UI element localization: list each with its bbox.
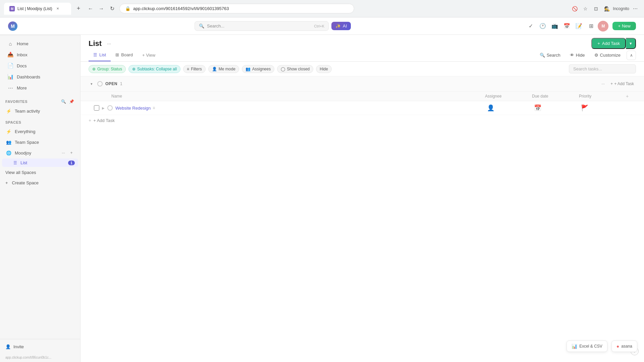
- global-search-bar[interactable]: 🔍 Search... Ctrl+K: [195, 21, 329, 31]
- page-header-actions: + Add Task ▾: [591, 38, 636, 49]
- collapse-view-btn[interactable]: ∧: [627, 51, 636, 60]
- browser-tab[interactable]: M List | Moodjoy (List) ✕: [4, 3, 71, 15]
- spaces-section-header: Spaces: [0, 116, 80, 126]
- hide-btn[interactable]: Hide: [316, 65, 332, 73]
- favorites-pin-btn[interactable]: 📌: [68, 98, 75, 105]
- task-expand-btn[interactable]: ▶: [101, 105, 106, 111]
- search-icon: 🔍: [199, 23, 204, 28]
- team-space-label: Team Space: [15, 140, 39, 145]
- group-collapse-btn[interactable]: ▾: [89, 81, 95, 87]
- asana-badge[interactable]: ● asana: [611, 341, 637, 352]
- sidebar-item-dashboards[interactable]: 📊 Dashboards: [2, 71, 78, 82]
- search-placeholder: Search...: [207, 23, 311, 28]
- more-icon: ⋯: [7, 85, 13, 91]
- col-add-header[interactable]: +: [626, 94, 636, 99]
- sidebar-item-view-all[interactable]: View all Spaces: [0, 167, 80, 178]
- app-topbar: M 🔍 Search... Ctrl+K ✨ AI ✓ 🕐 📺 📅 📝 ⊞ M …: [0, 17, 644, 35]
- view-search-btn[interactable]: 🔍 Search: [536, 51, 564, 60]
- me-mode-icon: 👤: [212, 67, 217, 71]
- task-name-cell[interactable]: Website Redesign ≡ + 🏷 ✏ 👤: [115, 104, 487, 112]
- tab-list[interactable]: ☰ List: [89, 49, 111, 61]
- page-header: List ··· + Add Task ▾: [80, 33, 644, 49]
- camera-off-icon[interactable]: 🚫: [570, 4, 579, 13]
- task-tag-btn[interactable]: 🏷: [169, 104, 177, 112]
- user-avatar[interactable]: M: [598, 21, 608, 32]
- sidebar-item-moodjoy[interactable]: 🌐 Moodjoy ··· +: [0, 147, 80, 158]
- notepad-btn[interactable]: 📝: [574, 21, 584, 32]
- hide-icon: 👁: [570, 53, 574, 58]
- tab-board[interactable]: ⊞ Board: [111, 49, 138, 61]
- sidebar-item-docs[interactable]: 📄 Docs: [2, 60, 78, 71]
- tab-layout-icon[interactable]: ⊡: [591, 4, 601, 13]
- page-title-row: List ···: [89, 39, 114, 48]
- monitor-btn[interactable]: 📺: [549, 21, 560, 32]
- task-assignee-cell[interactable]: 👤: [487, 104, 534, 112]
- task-due-date-cell[interactable]: 📅: [534, 104, 581, 112]
- sidebar-item-everything[interactable]: ⚡ Everything: [0, 126, 80, 137]
- url-bar[interactable]: 🔒 app.clickup.com/9016164592/v/l/li/9016…: [119, 4, 354, 13]
- task-add-btn[interactable]: +: [160, 104, 168, 112]
- sidebar-item-team-activity[interactable]: ⚡ Team activity: [0, 106, 80, 116]
- asana-icon: ●: [616, 344, 619, 349]
- view-hide-label: Hide: [576, 53, 585, 58]
- excel-csv-badge[interactable]: 📊 Excel & CSV: [567, 341, 607, 352]
- url-text: app.clickup.com/9016164592/v/l/li/901601…: [133, 6, 229, 11]
- add-task-dropdown-btn[interactable]: ▾: [626, 38, 636, 49]
- bookmark-icon[interactable]: ☆: [581, 4, 590, 13]
- me-mode-btn[interactable]: 👤 Me mode: [208, 65, 239, 73]
- invite-btn[interactable]: 👤 Invite: [0, 342, 80, 352]
- tab-close-btn[interactable]: ✕: [55, 6, 60, 11]
- filters-btn[interactable]: ≡ Filters: [183, 65, 206, 73]
- task-search-box[interactable]: Search tasks...: [569, 64, 636, 73]
- add-task-btn[interactable]: + Add Task: [591, 38, 626, 49]
- notifications-btn[interactable]: ✓: [525, 21, 536, 32]
- app-logo: M: [8, 21, 17, 31]
- sidebar-item-home[interactable]: ⌂ Home: [2, 38, 78, 49]
- task-edit-btn[interactable]: ✏: [178, 104, 186, 112]
- group-add-icon: +: [610, 81, 613, 86]
- sidebar-item-list[interactable]: ☰ List 1: [2, 159, 78, 167]
- group-add-task-btn[interactable]: + + Add Task: [608, 81, 636, 87]
- assignees-btn[interactable]: 👥 Assignees: [242, 65, 274, 73]
- table-header: Name Assignee Due date Priority +: [80, 92, 644, 101]
- page-options-btn[interactable]: ···: [104, 39, 114, 48]
- group-status-filter[interactable]: ⊕ Group: Status: [89, 65, 126, 73]
- refresh-btn[interactable]: ↻: [107, 4, 117, 13]
- clock-btn[interactable]: 🕐: [537, 21, 548, 32]
- view-customize-btn[interactable]: ⚙ Customize: [591, 51, 624, 60]
- new-btn[interactable]: + New: [612, 22, 636, 30]
- table-row[interactable]: ▶ Website Redesign ≡ + 🏷 ✏ 👤 👤 📅: [80, 101, 644, 115]
- task-assign-btn[interactable]: 👤: [188, 104, 196, 112]
- filters-label: Filters: [191, 67, 202, 71]
- home-icon: ⌂: [7, 41, 13, 47]
- back-btn[interactable]: ←: [86, 4, 95, 13]
- task-status-circle[interactable]: [107, 105, 113, 111]
- extensions-icon[interactable]: ⋯: [631, 4, 640, 13]
- task-priority-cell[interactable]: 🚩: [581, 104, 628, 112]
- task-priority-icon[interactable]: 🚩: [581, 105, 588, 111]
- calendar-btn[interactable]: 📅: [561, 21, 572, 32]
- add-task-row[interactable]: + + Add Task: [80, 115, 644, 126]
- new-label: New: [622, 23, 631, 28]
- sidebar-item-create-space[interactable]: + Create Space: [0, 178, 80, 188]
- assignees-label: Assignees: [252, 67, 271, 71]
- new-tab-btn[interactable]: +: [74, 4, 83, 13]
- favorites-search-btn[interactable]: 🔍: [60, 98, 67, 105]
- add-view-btn[interactable]: + View: [138, 49, 160, 61]
- moodjoy-more-btn[interactable]: ···: [60, 149, 67, 156]
- task-assignee-add-icon[interactable]: 👤: [487, 105, 494, 111]
- view-hide-btn[interactable]: 👁 Hide: [567, 51, 588, 60]
- sidebar-item-inbox[interactable]: 📥 Inbox: [2, 49, 78, 60]
- group-more-btn[interactable]: ···: [599, 80, 607, 88]
- sidebar-item-more[interactable]: ⋯ More: [2, 82, 78, 93]
- ai-btn[interactable]: ✨ AI: [331, 22, 351, 30]
- show-closed-btn[interactable]: ◯ Show closed: [277, 65, 313, 73]
- sidebar-item-team-space[interactable]: 👥 Team Space: [0, 137, 80, 147]
- moodjoy-add-btn[interactable]: +: [68, 149, 75, 156]
- task-due-date-icon[interactable]: 📅: [534, 105, 541, 111]
- apps-btn[interactable]: ⊞: [586, 21, 596, 32]
- add-task-label: Add Task: [602, 41, 620, 46]
- forward-btn[interactable]: →: [97, 4, 106, 13]
- task-checkbox[interactable]: [94, 105, 99, 111]
- subtasks-filter[interactable]: ⊕ Subtasks: Collapse all: [128, 65, 180, 73]
